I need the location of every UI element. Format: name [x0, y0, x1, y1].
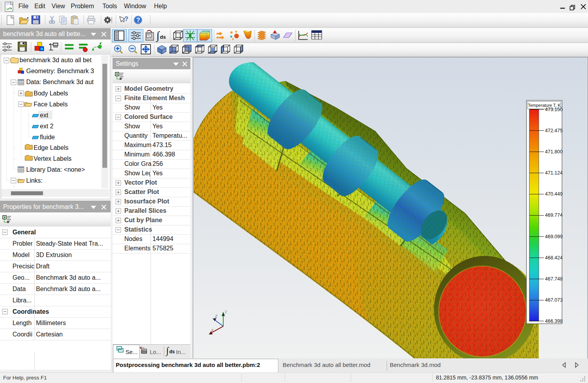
svg-text:Show: Show — [124, 123, 140, 129]
svg-text:473.15: 473.15 — [152, 142, 172, 148]
svg-text:469.099: 469.099 — [545, 234, 563, 239]
svg-text:Show Leg: Show Leg — [124, 170, 152, 176]
svg-text:Finite Element Mesh: Finite Element Mesh — [124, 95, 185, 101]
svg-text:Yes: Yes — [152, 123, 163, 129]
svg-text:Coordii: Coordii — [13, 331, 32, 338]
svg-text:Edge Labels: Edge Labels — [34, 144, 68, 151]
svg-text:Benchmark 3d auto a...: Benchmark 3d auto a... — [36, 286, 100, 292]
svg-text:x: x — [211, 327, 214, 333]
svg-text:Face Labels: Face Labels — [34, 101, 68, 108]
svg-text:Length: Length — [13, 320, 32, 326]
svg-text:Statistics: Statistics — [124, 226, 152, 233]
svg-text:Steady-State Heat Tra...: Steady-State Heat Tra... — [36, 240, 103, 247]
svg-text:3D Extrusion: 3D Extrusion — [36, 252, 72, 258]
svg-text:470.449: 470.449 — [545, 191, 563, 197]
svg-text:467.073: 467.073 — [545, 297, 563, 303]
svg-text:466.398: 466.398 — [545, 318, 563, 324]
svg-text:Yes: Yes — [152, 170, 163, 176]
svg-text:Minimum: Minimum — [124, 151, 150, 158]
svg-text:?: ? — [136, 17, 140, 23]
svg-text:Isosurface Plot: Isosurface Plot — [124, 198, 169, 205]
svg-text:fluide: fluide — [40, 134, 55, 140]
svg-text:Links:: Links: — [26, 177, 43, 184]
svg-text:Probler: Probler — [13, 240, 33, 247]
svg-text:466.398: 466.398 — [152, 151, 175, 158]
svg-text:Coordinates: Coordinates — [13, 308, 49, 315]
svg-text:Parallel Slices: Parallel Slices — [124, 207, 167, 214]
svg-text:Benchmark 3d auto a...: Benchmark 3d auto a... — [36, 274, 100, 281]
svg-text:471.124: 471.124 — [545, 170, 563, 176]
svg-text:467.748: 467.748 — [545, 276, 563, 282]
svg-text:Colored Surface: Colored Surface — [124, 113, 173, 120]
svg-text:Millimeters: Millimeters — [36, 320, 66, 326]
svg-text:ds: ds — [169, 349, 175, 354]
svg-text:Precisic: Precisic — [13, 263, 34, 270]
svg-text:Cut by Plane: Cut by Plane — [124, 217, 162, 223]
svg-text:Color Gra: Color Gra — [124, 160, 151, 167]
svg-text:Draft: Draft — [36, 263, 50, 270]
svg-text:Yes: Yes — [152, 104, 163, 111]
svg-text:256: 256 — [152, 160, 163, 167]
svg-text:Geo...: Geo... — [13, 274, 30, 281]
svg-text:General: General — [13, 229, 36, 236]
svg-text:y: y — [224, 309, 228, 314]
svg-text:Show: Show — [124, 104, 140, 111]
svg-text:Model: Model — [13, 252, 30, 258]
svg-text:Elements: Elements — [124, 245, 151, 252]
svg-text:Cartesian: Cartesian — [36, 331, 63, 338]
svg-text:Model Geometry: Model Geometry — [124, 85, 173, 92]
svg-text:Geometry: Benchmark 3: Geometry: Benchmark 3 — [26, 68, 94, 74]
svg-text:468.424: 468.424 — [545, 255, 563, 261]
svg-text:?: ? — [124, 15, 128, 23]
svg-text:In...: In... — [176, 349, 186, 355]
svg-text:benchmark 3d auto all bet: benchmark 3d auto all bet — [20, 57, 92, 63]
svg-text:ext 2: ext 2 — [40, 123, 54, 129]
svg-text:473.150: 473.150 — [545, 107, 563, 112]
svg-text:Se...: Se... — [125, 349, 138, 355]
svg-text:Libra...: Libra... — [13, 297, 32, 304]
svg-text:Body Labels: Body Labels — [34, 90, 68, 97]
svg-text:ext: ext — [40, 112, 48, 119]
svg-text:Vertex Labels: Vertex Labels — [34, 155, 72, 162]
svg-text:Vector Plot: Vector Plot — [124, 179, 157, 186]
svg-text:471.800: 471.800 — [545, 149, 563, 155]
svg-text:Lo...: Lo... — [150, 349, 161, 355]
svg-text:z: z — [215, 313, 217, 319]
svg-text:Data: Benchmark 3d aut: Data: Benchmark 3d aut — [26, 79, 94, 85]
svg-text:Library Data: <none>: Library Data: <none> — [26, 166, 85, 173]
svg-text:Scatter Plot: Scatter Plot — [124, 189, 160, 195]
svg-text:144994: 144994 — [152, 236, 173, 242]
svg-text:Maximum: Maximum — [124, 142, 151, 148]
svg-text:ds: ds — [160, 34, 166, 40]
svg-text:575825: 575825 — [152, 245, 173, 252]
svg-text:472.475: 472.475 — [545, 128, 563, 133]
svg-text:Quantity: Quantity — [124, 132, 148, 139]
svg-text:469.774: 469.774 — [545, 212, 563, 218]
svg-text:Data: Data — [13, 286, 26, 292]
svg-text:Nodes: Nodes — [124, 236, 142, 242]
svg-text:Temperatu...: Temperatu... — [152, 132, 187, 139]
svg-text:∫: ∫ — [165, 345, 169, 356]
